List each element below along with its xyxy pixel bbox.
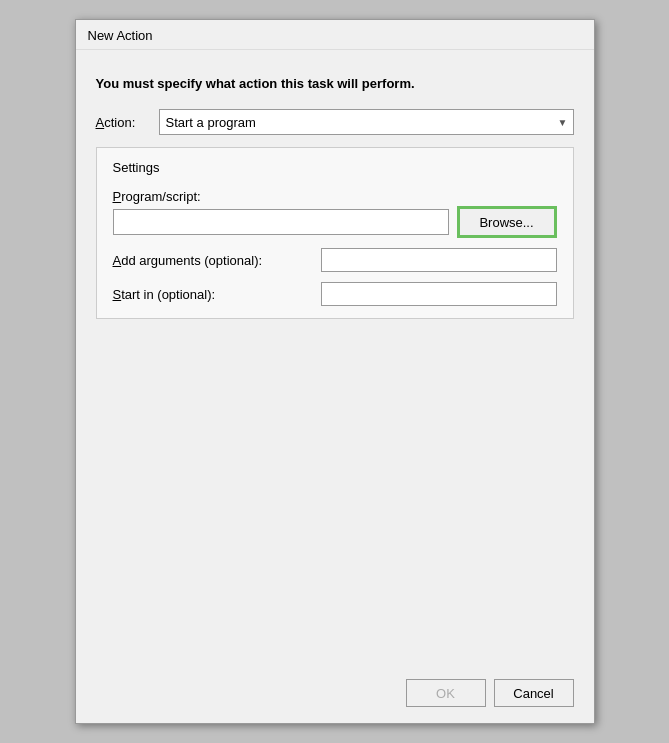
instruction-text: You must specify what action this task w… [96, 66, 574, 97]
title-bar: New Action [76, 20, 594, 50]
action-select-wrapper: Start a program Send an e-mail Display a… [159, 109, 574, 135]
action-label: Action: [96, 115, 151, 130]
action-select[interactable]: Start a program Send an e-mail Display a… [159, 109, 574, 135]
settings-label: Settings [113, 160, 557, 175]
add-arguments-input[interactable] [321, 248, 557, 272]
start-in-row: Start in (optional): [113, 282, 557, 306]
program-script-label: Program/script: [113, 189, 557, 204]
start-in-label: Start in (optional): [113, 287, 313, 302]
window-title: New Action [88, 28, 153, 43]
program-script-input[interactable] [113, 209, 449, 235]
cancel-button[interactable]: Cancel [494, 679, 574, 707]
dialog-body: You must specify what action this task w… [76, 50, 594, 667]
program-row: Browse... [113, 206, 557, 238]
button-row: OK Cancel [76, 667, 594, 723]
action-field-row: Action: Start a program Send an e-mail D… [96, 109, 574, 135]
new-action-dialog: New Action You must specify what action … [75, 19, 595, 724]
add-arguments-label: Add arguments (optional): [113, 253, 313, 268]
ok-button[interactable]: OK [406, 679, 486, 707]
program-script-group: Program/script: Browse... [113, 189, 557, 238]
add-arguments-row: Add arguments (optional): [113, 248, 557, 272]
browse-button[interactable]: Browse... [457, 206, 557, 238]
settings-section: Settings Program/script: Browse... Add a… [96, 147, 574, 319]
start-in-input[interactable] [321, 282, 557, 306]
empty-area [96, 331, 574, 651]
